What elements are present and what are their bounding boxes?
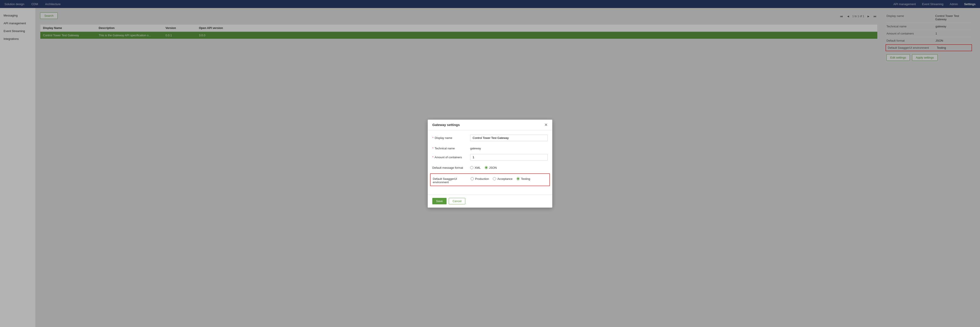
- display-name-input[interactable]: [470, 135, 548, 141]
- radio-production[interactable]: Production: [471, 177, 489, 181]
- gateway-settings-modal: Gateway settings ✕ * Display name * Tech…: [428, 119, 552, 208]
- modal-body: * Display name * Technical name gateway …: [428, 130, 552, 195]
- modal-header: Gateway settings ✕: [428, 120, 552, 130]
- form-row-technical-name: * Technical name gateway: [432, 145, 548, 150]
- radio-testing-label: Testing: [521, 177, 530, 181]
- form-row-display-name: * Display name: [432, 135, 548, 141]
- required-marker-2: *: [432, 147, 433, 150]
- modal-close-button[interactable]: ✕: [544, 123, 548, 127]
- radio-acceptance-input[interactable]: [493, 177, 496, 180]
- form-row-swagger-env: Default SwaggerUI environment Production…: [430, 173, 550, 186]
- radio-acceptance-label: Acceptance: [497, 177, 512, 181]
- required-marker: *: [432, 136, 433, 140]
- form-label-default-format: Default message format: [432, 165, 470, 170]
- radio-json-input[interactable]: [485, 166, 488, 169]
- form-row-default-format: Default message format XML JSON: [432, 165, 548, 170]
- default-format-radio-group: XML JSON: [470, 165, 497, 170]
- form-label-amount-containers: * Amount of containers: [432, 154, 470, 159]
- radio-xml-input[interactable]: [470, 166, 473, 169]
- modal-overlay[interactable]: Gateway settings ✕ * Display name * Tech…: [0, 0, 980, 327]
- form-label-swagger-env: Default SwaggerUI environment: [433, 176, 471, 184]
- technical-name-value: gateway: [470, 145, 481, 150]
- form-row-amount-containers: * Amount of containers: [432, 154, 548, 160]
- radio-production-input[interactable]: [471, 177, 474, 180]
- radio-testing[interactable]: Testing: [517, 177, 530, 181]
- save-button[interactable]: Save: [432, 198, 447, 204]
- swagger-env-radio-group: Production Acceptance Testing: [471, 176, 530, 181]
- form-label-technical-name: * Technical name: [432, 145, 470, 150]
- radio-xml-label: XML: [475, 166, 480, 170]
- amount-containers-input[interactable]: [470, 154, 548, 160]
- cancel-button[interactable]: Cancel: [449, 198, 465, 204]
- modal-title: Gateway settings: [432, 123, 460, 127]
- radio-json-label: JSON: [489, 166, 497, 170]
- radio-production-label: Production: [475, 177, 489, 181]
- radio-json[interactable]: JSON: [485, 166, 497, 170]
- required-marker-3: *: [432, 156, 433, 159]
- radio-testing-input[interactable]: [517, 177, 520, 180]
- radio-xml[interactable]: XML: [470, 166, 480, 170]
- modal-footer: Save Cancel: [428, 195, 552, 208]
- form-label-display-name: * Display name: [432, 135, 470, 140]
- radio-acceptance[interactable]: Acceptance: [493, 177, 512, 181]
